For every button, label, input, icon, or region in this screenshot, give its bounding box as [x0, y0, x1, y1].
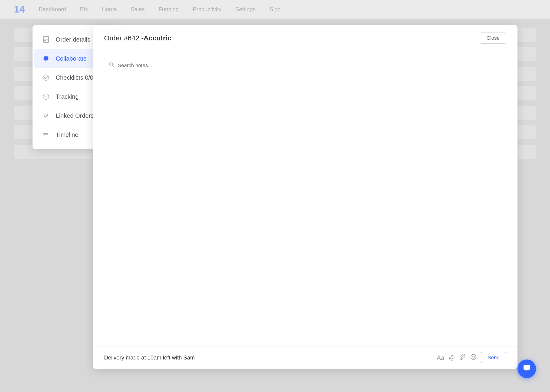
bg-nav-settings: Settings [235, 6, 256, 13]
modal-body [93, 51, 517, 346]
svg-line-18 [112, 65, 113, 67]
bg-nav-funning: Funning [159, 6, 179, 13]
bg-nav-sign: Sign [269, 6, 281, 13]
svg-point-14 [43, 133, 44, 134]
timeline-icon [42, 131, 50, 139]
checklists-icon [42, 73, 50, 82]
collaborate-icon [42, 54, 50, 63]
bg-nav-productivity: Productivity [193, 6, 222, 13]
modal-footer: Aa @ Send [93, 346, 517, 369]
emoji-icon[interactable] [470, 354, 476, 362]
svg-point-5 [43, 75, 49, 80]
bg-navbar: 14 Dashboard Bfx Home Sales Funning Prod… [0, 0, 550, 19]
bg-nav-bfx: Bfx [80, 6, 88, 13]
sidebar-item-checklists-label: Checklists 0/0 [56, 74, 93, 81]
search-icon [109, 62, 114, 69]
svg-point-21 [474, 356, 474, 357]
sidebar-item-tracking-label: Tracking [56, 93, 79, 100]
bg-nav-home: Home [102, 6, 117, 13]
chat-fab-button[interactable] [517, 359, 536, 378]
search-bar[interactable] [104, 59, 192, 72]
sidebar-item-collaborate-label: Collaborate [56, 55, 87, 62]
send-button[interactable]: Send [481, 352, 506, 363]
chat-fab-icon [522, 363, 531, 375]
sidebar-item-timeline-label: Timeline [56, 131, 78, 138]
linked-orders-icon [42, 112, 50, 120]
bg-logo: 14 [14, 4, 25, 15]
tracking-icon [42, 92, 50, 101]
mention-icon[interactable]: @ [449, 354, 455, 361]
svg-point-15 [43, 134, 44, 135]
message-input[interactable] [104, 354, 431, 361]
attachment-icon[interactable] [460, 354, 466, 362]
svg-point-20 [472, 356, 473, 357]
svg-point-9 [46, 96, 46, 97]
search-notes-input[interactable] [118, 63, 187, 69]
modal-header: Order #642 -Accutric Close [93, 25, 517, 51]
svg-point-16 [43, 135, 44, 136]
font-size-icon[interactable]: Aa [437, 354, 444, 361]
main-modal: Order #642 -Accutric Close Aa @ [93, 25, 517, 369]
bg-nav-dashboard: Dashboard [39, 6, 66, 13]
sidebar-item-order-details-label: Order details [56, 36, 90, 43]
close-button[interactable]: Close [480, 33, 506, 44]
svg-point-19 [471, 354, 476, 359]
modal-title: Order #642 -Accutric [104, 34, 171, 42]
sidebar-item-linked-orders-label: Linked Orders [56, 112, 94, 119]
footer-actions: Aa @ Send [437, 352, 506, 363]
bg-nav-sales: Sales [131, 6, 145, 13]
order-details-icon [42, 35, 50, 44]
